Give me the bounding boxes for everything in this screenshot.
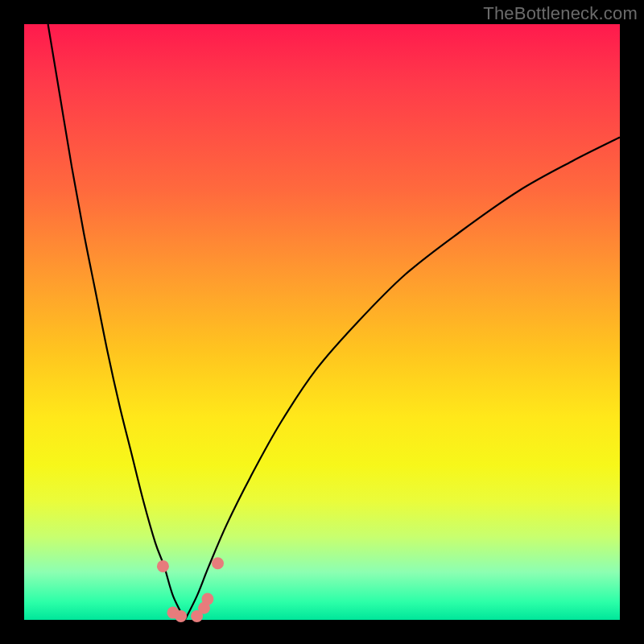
chart-svg [24, 24, 620, 620]
watermark-label: TheBottleneck.com [483, 3, 638, 24]
data-marker [212, 557, 224, 569]
chart-frame [24, 24, 620, 620]
data-marker [157, 560, 169, 572]
data-marker [175, 610, 187, 622]
data-marker [201, 593, 213, 605]
curve-group [48, 24, 620, 620]
marker-group [157, 557, 224, 622]
left-branch-curve [48, 24, 185, 620]
right-branch-curve [185, 138, 620, 620]
